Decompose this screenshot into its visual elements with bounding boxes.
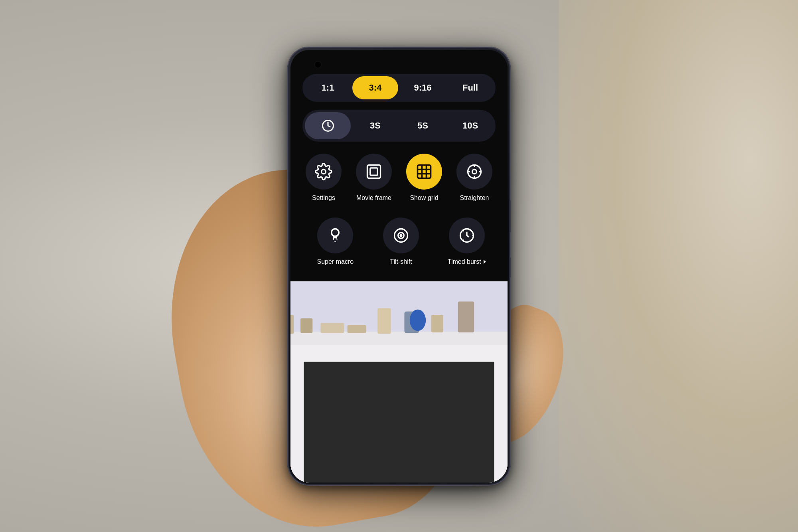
volume-up-button[interactable] bbox=[510, 200, 511, 232]
timer-3s-button[interactable]: 3S bbox=[352, 114, 398, 137]
camera-options-row1: Settings Movie frame bbox=[302, 150, 496, 206]
timed-burst-label-wrapper: Timed burst bbox=[448, 258, 486, 265]
settings-option[interactable]: Settings bbox=[302, 154, 345, 202]
movie-frame-option[interactable]: Movie frame bbox=[353, 154, 395, 202]
camera-settings-menu: 1:1 3:4 9:16 Full 3S 5S 10S bbox=[290, 50, 508, 281]
svg-point-10 bbox=[472, 169, 477, 174]
timer-10s-button[interactable]: 10S bbox=[447, 114, 493, 137]
show-grid-icon-circle bbox=[406, 154, 442, 190]
timed-burst-arrow bbox=[484, 260, 486, 264]
svg-rect-31 bbox=[458, 301, 474, 332]
timer-selector: 3S 5S 10S bbox=[302, 110, 496, 142]
settings-icon bbox=[315, 163, 332, 180]
super-macro-icon bbox=[326, 227, 344, 244]
phone-wrapper: 1:1 3:4 9:16 Full 3S 5S 10S bbox=[287, 47, 511, 486]
svg-point-17 bbox=[400, 235, 402, 236]
show-grid-option[interactable]: Show grid bbox=[403, 154, 445, 202]
phone: 1:1 3:4 9:16 Full 3S 5S 10S bbox=[287, 47, 511, 486]
timed-burst-option[interactable]: Timed burst bbox=[438, 218, 496, 265]
front-camera bbox=[314, 61, 322, 68]
movie-frame-label: Movie frame bbox=[356, 194, 391, 202]
svg-point-1 bbox=[322, 169, 326, 174]
timed-burst-icon-circle bbox=[449, 218, 485, 253]
camera-options-row2: Super macro Tilt-shift bbox=[302, 214, 496, 269]
svg-point-32 bbox=[410, 309, 426, 331]
straighten-label: Straighten bbox=[460, 194, 489, 202]
straighten-icon-circle bbox=[456, 154, 492, 190]
timed-burst-label: Timed burst bbox=[448, 258, 481, 265]
svg-rect-4 bbox=[418, 165, 431, 178]
clock-icon bbox=[321, 119, 335, 133]
show-grid-label: Show grid bbox=[410, 194, 438, 202]
super-macro-icon-circle bbox=[317, 218, 353, 253]
super-macro-label: Super macro bbox=[317, 258, 354, 265]
ratio-1-1-button[interactable]: 1:1 bbox=[305, 76, 351, 99]
tilt-shift-option[interactable]: Tilt-shift bbox=[372, 218, 430, 265]
timed-burst-icon bbox=[458, 227, 476, 244]
settings-label: Settings bbox=[312, 194, 335, 202]
volume-down-button[interactable] bbox=[510, 257, 511, 277]
movie-frame-icon bbox=[365, 163, 383, 180]
straighten-icon bbox=[466, 163, 483, 180]
svg-rect-27 bbox=[300, 318, 312, 333]
timer-5s-button[interactable]: 5S bbox=[400, 114, 446, 137]
settings-icon-circle bbox=[306, 154, 342, 190]
tilt-shift-icon-circle bbox=[383, 218, 419, 253]
svg-rect-22 bbox=[304, 362, 494, 482]
svg-rect-2 bbox=[367, 165, 381, 178]
aspect-ratio-selector: 1:1 3:4 9:16 Full bbox=[302, 74, 496, 102]
straighten-option[interactable]: Straighten bbox=[453, 154, 496, 202]
svg-rect-23 bbox=[290, 332, 508, 345]
ratio-9-16-button[interactable]: 9:16 bbox=[400, 76, 446, 99]
svg-rect-28 bbox=[377, 308, 391, 334]
ratio-full-button[interactable]: Full bbox=[447, 76, 493, 99]
ratio-3-4-button[interactable]: 3:4 bbox=[352, 76, 398, 99]
tilt-shift-label: Tilt-shift bbox=[390, 258, 412, 265]
phone-screen: 1:1 3:4 9:16 Full 3S 5S 10S bbox=[290, 50, 508, 483]
svg-rect-34 bbox=[348, 325, 366, 333]
timer-off-button[interactable] bbox=[305, 112, 351, 139]
svg-rect-3 bbox=[370, 168, 377, 175]
svg-rect-33 bbox=[320, 323, 344, 333]
svg-rect-30 bbox=[431, 315, 443, 332]
super-macro-option[interactable]: Super macro bbox=[306, 218, 364, 265]
show-grid-icon bbox=[415, 163, 433, 180]
movie-frame-icon-circle bbox=[356, 154, 392, 190]
background-highlight bbox=[559, 0, 798, 532]
svg-rect-26 bbox=[290, 315, 294, 334]
viewfinder-scene bbox=[290, 281, 508, 483]
camera-viewfinder bbox=[290, 281, 508, 483]
tilt-shift-icon bbox=[392, 227, 410, 244]
